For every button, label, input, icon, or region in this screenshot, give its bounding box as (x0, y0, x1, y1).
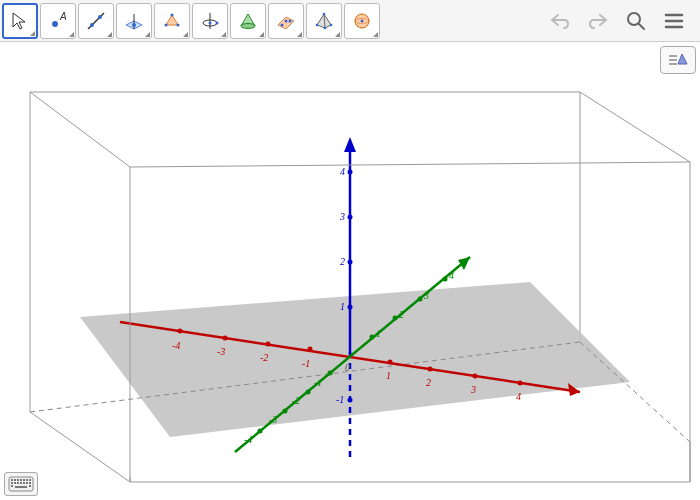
tool-point[interactable]: A (40, 3, 76, 39)
svg-point-26 (628, 13, 640, 25)
3d-scene[interactable] (0, 42, 700, 500)
main-toolbar: A (0, 0, 700, 42)
virtual-keyboard-button[interactable] (4, 472, 38, 496)
view-style-button[interactable] (660, 46, 696, 74)
svg-rect-93 (29, 485, 31, 487)
svg-point-9 (177, 23, 180, 26)
svg-rect-78 (14, 479, 16, 481)
origin-label: 0 (345, 362, 350, 373)
keyboard-icon (8, 476, 34, 492)
svg-point-66 (348, 215, 353, 220)
y-tick: -3 (269, 414, 277, 425)
z-tick: 2 (340, 256, 345, 267)
svg-point-17 (289, 19, 292, 22)
svg-point-25 (361, 19, 364, 22)
x-tick: 3 (471, 384, 476, 395)
svg-marker-63 (344, 137, 356, 152)
svg-rect-81 (23, 479, 25, 481)
x-tick: 2 (426, 377, 431, 388)
svg-point-46 (266, 342, 271, 347)
tool-plane[interactable] (268, 3, 304, 39)
tool-line[interactable] (78, 3, 114, 39)
toolbar-actions (546, 7, 700, 35)
z-tick: -1 (336, 394, 344, 405)
tool-pyramid[interactable] (306, 3, 342, 39)
y-tick: 1 (376, 328, 381, 339)
x-tick: 1 (386, 370, 391, 381)
svg-rect-87 (20, 482, 22, 484)
svg-point-64 (348, 305, 353, 310)
svg-rect-82 (26, 479, 28, 481)
x-tick: -3 (217, 346, 225, 357)
svg-point-15 (281, 23, 284, 26)
y-tick: 4 (449, 270, 454, 281)
y-tick: 3 (424, 290, 429, 301)
svg-rect-89 (26, 482, 28, 484)
svg-point-49 (428, 367, 433, 372)
svg-point-60 (418, 297, 423, 302)
x-tick: -2 (260, 352, 268, 363)
svg-rect-90 (29, 482, 31, 484)
svg-point-51 (518, 381, 523, 386)
svg-point-59 (393, 316, 398, 321)
tool-sphere[interactable] (344, 3, 380, 39)
svg-point-6 (132, 23, 136, 27)
svg-point-57 (328, 371, 333, 376)
tool-circle-axis[interactable] (192, 3, 228, 39)
svg-rect-85 (14, 482, 16, 484)
svg-line-70 (130, 162, 690, 167)
tool-intersect[interactable] (230, 3, 266, 39)
svg-point-19 (323, 12, 326, 15)
z-tick: 1 (340, 301, 345, 312)
svg-rect-79 (17, 479, 19, 481)
svg-line-34 (580, 92, 690, 162)
svg-point-0 (52, 21, 58, 27)
redo-button[interactable] (584, 7, 612, 35)
y-tick: -4 (244, 434, 252, 445)
svg-point-14 (241, 23, 255, 28)
svg-rect-88 (23, 482, 25, 484)
tool-polygon[interactable] (154, 3, 190, 39)
svg-point-13 (216, 21, 219, 24)
svg-rect-77 (11, 479, 13, 481)
svg-point-67 (348, 170, 353, 175)
search-button[interactable] (622, 7, 650, 35)
tool-move[interactable] (2, 3, 38, 39)
svg-marker-53 (458, 257, 470, 270)
svg-point-20 (316, 23, 319, 26)
svg-point-58 (370, 335, 375, 340)
svg-point-8 (171, 13, 174, 16)
tool-perpendicular[interactable] (116, 3, 152, 39)
svg-point-4 (98, 15, 102, 19)
svg-point-50 (473, 374, 478, 379)
menu-button[interactable] (660, 7, 688, 35)
svg-point-44 (178, 329, 183, 334)
svg-point-22 (324, 26, 327, 29)
svg-line-41 (580, 342, 690, 442)
svg-rect-86 (17, 482, 19, 484)
svg-point-45 (223, 336, 228, 341)
svg-point-55 (283, 409, 288, 414)
svg-rect-84 (11, 482, 13, 484)
svg-point-48 (388, 360, 393, 365)
svg-point-47 (308, 347, 313, 352)
svg-line-36 (30, 412, 130, 482)
y-tick: 2 (399, 309, 404, 320)
svg-point-54 (258, 429, 263, 434)
z-tick: 4 (340, 166, 345, 177)
svg-rect-91 (11, 485, 13, 487)
svg-point-65 (348, 260, 353, 265)
svg-rect-83 (29, 479, 31, 481)
svg-line-69 (30, 92, 130, 167)
undo-button[interactable] (546, 7, 574, 35)
tool-group: A (0, 1, 382, 41)
svg-rect-92 (15, 486, 27, 488)
svg-rect-80 (20, 479, 22, 481)
svg-point-12 (209, 21, 212, 24)
y-tick: -1 (314, 377, 322, 388)
svg-point-21 (330, 23, 333, 26)
x-tick: 4 (516, 391, 521, 402)
xy-plane (80, 282, 630, 437)
3d-canvas[interactable]: 0 -4 -3 -2 -1 1 2 3 4 -4 -3 -2 -1 1 2 3 … (0, 42, 700, 500)
svg-point-68 (348, 398, 353, 403)
